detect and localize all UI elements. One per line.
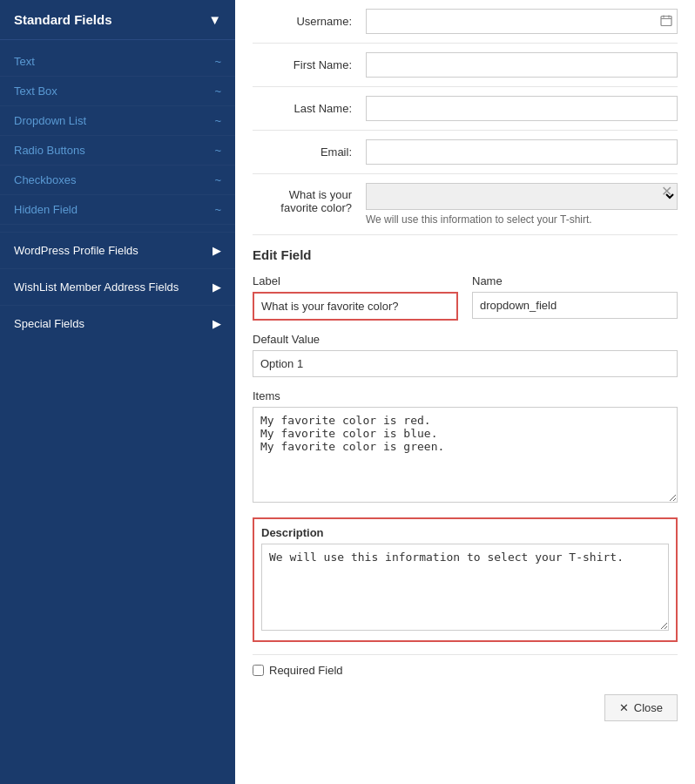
email-input[interactable]	[366, 139, 678, 165]
main-content: Username: First Name: Last Name:	[235, 0, 695, 784]
favorite-color-row: What is your favorite color? Option 1 Op…	[253, 174, 678, 235]
svg-rect-0	[661, 16, 671, 25]
edit-field-section: Edit Field Label Name Default Value Item…	[235, 235, 695, 724]
favorite-color-hint: We will use this information to select y…	[366, 213, 678, 226]
lastname-label: Last Name:	[253, 102, 366, 115]
close-button-label: Close	[634, 701, 663, 714]
sidebar-header[interactable]: Standard Fields ▼	[0, 0, 235, 40]
edit-field-title: Edit Field	[253, 247, 678, 262]
field-label: Radio Buttons	[14, 144, 85, 157]
name-field-input[interactable]	[472, 292, 678, 319]
field-label: Hidden Field	[14, 203, 78, 216]
section-label: WishList Member Address Fields	[14, 280, 179, 294]
arrow-right-icon: ▶	[213, 280, 221, 294]
description-label: Description	[261, 526, 669, 539]
form-section: Username: First Name: Last Name:	[235, 0, 695, 235]
default-value-section: Default Value	[253, 333, 678, 377]
sidebar-title: Standard Fields	[14, 12, 112, 27]
firstname-input[interactable]	[366, 52, 678, 78]
favorite-color-label: What is your favorite color?	[253, 183, 366, 214]
favorite-color-right: Option 1 Option 2 Option 3 We will use t…	[366, 183, 678, 226]
sidebar-item-radio[interactable]: Radio Buttons ~	[0, 136, 235, 166]
default-value-label: Default Value	[253, 333, 678, 346]
description-highlighted-section: Description We will use this information…	[253, 517, 678, 642]
edit-field-grid: Label Name	[253, 274, 678, 321]
sidebar: Standard Fields ▼ Text ~ Text Box ~ Drop…	[0, 0, 235, 784]
calendar-icon	[660, 14, 672, 29]
label-col: Label	[253, 274, 458, 321]
username-row: Username:	[253, 0, 678, 44]
section-label: Special Fields	[14, 317, 84, 330]
required-row: Required Field	[253, 654, 678, 686]
chevron-icon: ~	[214, 84, 221, 98]
default-value-input[interactable]	[253, 350, 678, 377]
items-label: Items	[253, 389, 678, 402]
username-input-wrapper	[366, 9, 678, 34]
username-input[interactable]	[366, 9, 678, 34]
close-button[interactable]: ✕ Close	[604, 694, 678, 721]
items-textarea[interactable]: My favorite color is red. My favorite co…	[253, 407, 678, 503]
favorite-color-select[interactable]: Option 1 Option 2 Option 3	[366, 183, 678, 210]
name-col: Name	[472, 274, 678, 321]
close-x-icon: ✕	[619, 701, 629, 714]
sidebar-item-text[interactable]: Text ~	[0, 47, 235, 77]
sidebar-item-hidden[interactable]: Hidden Field ~	[0, 195, 235, 225]
firstname-label: First Name:	[253, 58, 366, 71]
lastname-input[interactable]	[366, 96, 678, 121]
arrow-right-icon: ▶	[213, 317, 221, 330]
label-field-label: Label	[253, 274, 458, 287]
required-checkbox[interactable]	[253, 665, 264, 676]
firstname-row: First Name:	[253, 44, 678, 87]
sidebar-item-dropdown[interactable]: Dropdown List ~	[0, 106, 235, 136]
chevron-icon: ~	[214, 55, 221, 68]
items-section: Items My favorite color is red. My favor…	[253, 389, 678, 505]
label-field-input[interactable]	[253, 292, 458, 321]
email-label: Email:	[253, 145, 366, 159]
chevron-icon: ~	[214, 144, 221, 157]
required-label: Required Field	[269, 664, 343, 677]
section-special[interactable]: Special Fields ▶	[0, 305, 235, 341]
button-area: ✕ Close	[253, 694, 678, 712]
chevron-icon: ~	[214, 173, 221, 186]
field-list: Text ~ Text Box ~ Dropdown List ~ Radio …	[0, 40, 235, 232]
section-wp[interactable]: WordPress Profile Fields ▶	[0, 232, 235, 268]
sidebar-item-textbox[interactable]: Text Box ~	[0, 77, 235, 106]
field-label: Checkboxes	[14, 173, 77, 186]
sidebar-item-checkboxes[interactable]: Checkboxes ~	[0, 166, 235, 195]
name-field-label: Name	[472, 274, 678, 287]
section-label: WordPress Profile Fields	[14, 244, 138, 257]
field-label: Text	[14, 55, 35, 68]
email-row: Email:	[253, 131, 678, 174]
arrow-right-icon: ▶	[213, 244, 221, 257]
close-row-button[interactable]: ✕	[656, 181, 678, 201]
chevron-down-icon: ▼	[208, 12, 221, 27]
section-wl[interactable]: WishList Member Address Fields ▶	[0, 268, 235, 305]
chevron-icon: ~	[214, 203, 221, 216]
lastname-row: Last Name:	[253, 87, 678, 131]
field-label: Dropdown List	[14, 114, 86, 127]
username-label: Username:	[253, 15, 366, 28]
description-textarea[interactable]: We will use this information to select y…	[261, 544, 669, 631]
field-label: Text Box	[14, 84, 57, 98]
chevron-icon: ~	[214, 114, 221, 127]
